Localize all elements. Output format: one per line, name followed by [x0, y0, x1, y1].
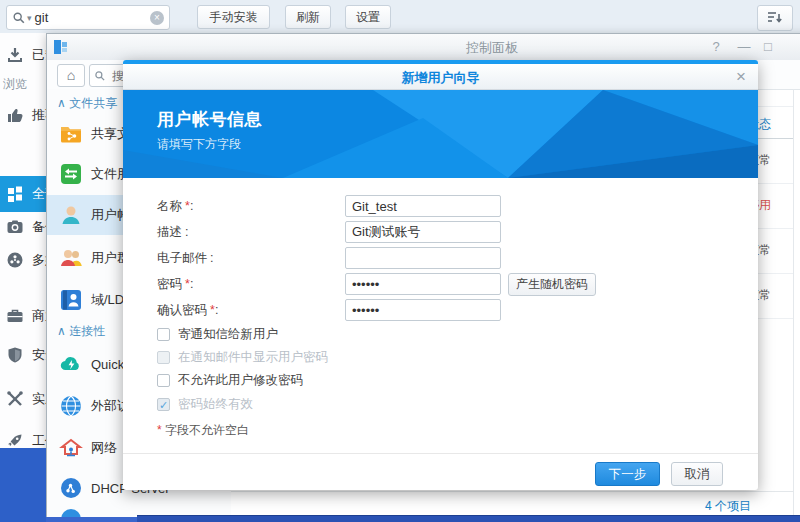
close-icon[interactable]: × — [736, 67, 746, 87]
control-panel-titlebar[interactable]: 控制面板 ? — □ — [47, 34, 800, 61]
banner-heading: 用户帐号信息 — [157, 108, 262, 131]
package-search-input[interactable]: ▾ git × — [6, 5, 170, 30]
maximize-icon[interactable]: □ — [759, 39, 777, 54]
checkbox-row-notify-user: 寄通知信给新用户 — [157, 327, 278, 342]
search-value[interactable]: git — [35, 10, 150, 25]
tools-icon — [5, 389, 25, 409]
shared-folder-icon — [59, 122, 83, 146]
user-icon — [59, 203, 83, 227]
desktop-strip-navy — [137, 515, 800, 522]
banner-subheading: 请填写下方字段 — [157, 136, 241, 153]
password-field[interactable] — [345, 273, 501, 295]
film-reel-icon — [5, 250, 25, 270]
shield-icon — [5, 345, 25, 365]
desktop-strip-light — [46, 517, 137, 522]
banner-polygon-art — [123, 90, 758, 178]
search-scope-caret-icon[interactable]: ▾ — [27, 13, 32, 23]
checkbox-checked: ✓ — [157, 398, 170, 411]
dhcp-network-icon — [59, 476, 83, 500]
file-service-icon — [59, 162, 83, 186]
help-icon[interactable]: ? — [707, 39, 725, 54]
add-user-wizard-dialog: 新增用户向导 × 用户帐号信息 请填写下方字段 名称*: 描述: — [123, 60, 758, 490]
thumbs-up-icon — [5, 105, 25, 125]
sidebar-section-connectivity[interactable]: ∧ 连接性 — [57, 323, 105, 340]
description-field[interactable] — [345, 221, 501, 243]
dialog-title: 新增用户向导 — [123, 69, 758, 87]
checkbox-label: 寄通知信给新用户 — [178, 326, 278, 343]
cloud-bolt-icon — [59, 352, 83, 376]
generate-random-password-button[interactable]: 产生随机密码 — [508, 273, 596, 296]
sidebar-section-browse: 浏览 — [3, 76, 27, 93]
desktop-background — [0, 448, 46, 522]
dialog-titlebar[interactable]: 新增用户向导 × — [123, 64, 758, 90]
checkbox-label: 密码始终有效 — [178, 396, 253, 413]
settings-button[interactable]: 设置 — [345, 5, 391, 29]
minimize-icon[interactable]: — — [735, 39, 753, 54]
window-app-icon — [53, 39, 69, 59]
field-label: 密码*: — [157, 273, 193, 295]
sort-button[interactable] — [757, 5, 793, 31]
cancel-button[interactable]: 取消 — [671, 462, 723, 486]
checkbox-label: 不允许此用户修改密码 — [178, 372, 303, 389]
collapse-icon: ∧ — [57, 324, 66, 338]
sort-descending-icon — [767, 11, 783, 25]
wizard-banner: 用户帐号信息 请填写下方字段 — [123, 90, 758, 178]
screen: ▾ git × 手动安装 刷新 设置 已安装 浏览 推荐 全 — [0, 0, 800, 522]
window-title: 控制面板 — [437, 39, 547, 57]
download-icon — [5, 45, 25, 65]
confirm-password-field[interactable] — [345, 299, 501, 321]
section-label: 文件共享 — [69, 96, 117, 110]
field-label: 描述: — [157, 221, 188, 243]
checkbox[interactable] — [157, 374, 170, 387]
refresh-button[interactable]: 刷新 — [285, 5, 331, 29]
network-house-icon — [59, 436, 83, 460]
checkbox-label: 在通知邮件中显示用户密码 — [178, 349, 328, 366]
required-footnote: * 字段不允许空白 — [157, 422, 249, 439]
clear-search-icon[interactable]: × — [150, 11, 164, 25]
grid-icon — [5, 184, 25, 204]
item-count: 4 个项目 — [705, 498, 751, 515]
package-center-toolbar: ▾ git × 手动安装 刷新 设置 — [0, 0, 800, 33]
camera-icon — [5, 217, 25, 237]
field-label: 电子邮件: — [157, 247, 213, 269]
search-icon — [12, 11, 26, 25]
next-button[interactable]: 下一步 — [595, 462, 660, 486]
checkbox-row-password-never-expires: ✓ 密码始终有效 — [157, 397, 253, 412]
checkbox-row-disallow-password-change: 不允许此用户修改密码 — [157, 373, 303, 388]
checkbox-row-show-password-in-email: 在通知邮件中显示用户密码 — [157, 350, 328, 365]
section-label: 连接性 — [69, 324, 105, 338]
collapse-icon: ∧ — [57, 96, 66, 110]
checkbox — [157, 351, 170, 364]
users-group-icon — [59, 246, 83, 270]
sidebar-section-file-sharing[interactable]: ∧ 文件共享 — [57, 95, 117, 112]
domain-ldap-icon — [59, 288, 83, 312]
home-button[interactable]: ⌂ — [57, 64, 85, 87]
search-icon — [94, 70, 106, 82]
email-field[interactable] — [345, 247, 501, 269]
briefcase-icon — [5, 306, 25, 326]
dialog-footer: 下一步 取消 — [123, 453, 758, 490]
field-label: 确认密码*: — [157, 299, 218, 321]
globe-icon — [59, 394, 83, 418]
name-field[interactable] — [345, 195, 501, 217]
manual-install-button[interactable]: 手动安装 — [197, 5, 270, 29]
field-label: 名称*: — [157, 195, 193, 217]
sidebar-item-label: 网络 — [91, 439, 117, 457]
checkbox[interactable] — [157, 328, 170, 341]
